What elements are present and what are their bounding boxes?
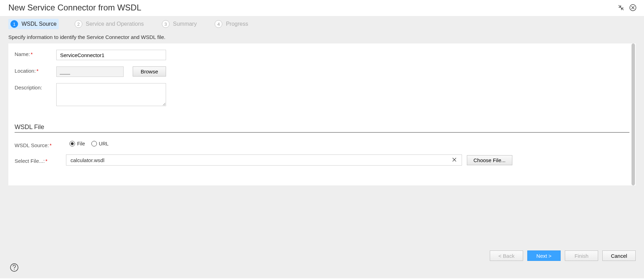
- description-label: Description:: [15, 83, 56, 90]
- step-number: 2: [75, 20, 82, 28]
- radio-file[interactable]: File: [69, 141, 85, 146]
- header-icons: [617, 3, 637, 12]
- radio-url-label: URL: [99, 141, 109, 146]
- step-number: 4: [215, 20, 222, 28]
- finish-button[interactable]: Finish: [565, 250, 598, 261]
- browse-button[interactable]: Browse: [133, 66, 166, 77]
- wsdl-section-title: WSDL File: [15, 123, 629, 131]
- radio-url[interactable]: URL: [91, 141, 109, 146]
- select-file-label: Select File...:*: [15, 157, 66, 164]
- step-number: 1: [10, 20, 18, 28]
- next-button[interactable]: Next >: [527, 250, 561, 261]
- help-icon[interactable]: [10, 263, 19, 272]
- step-label: Summary: [173, 21, 197, 27]
- description-textarea[interactable]: [56, 83, 166, 106]
- scrollbar-thumb[interactable]: [631, 43, 635, 185]
- close-icon[interactable]: [629, 3, 637, 12]
- svg-point-2: [14, 269, 15, 270]
- choose-file-button[interactable]: Choose File...: [467, 155, 512, 165]
- instruction-text: Specify information to identify the Serv…: [0, 32, 644, 43]
- file-input-wrap: calculator.wsdl Choose File...: [66, 154, 629, 166]
- panel-scrollbar[interactable]: [631, 43, 635, 185]
- row-select-file: Select File...:* calculator.wsdl Choose …: [15, 154, 629, 166]
- form-panel: Name:* Location:* Browse Description: WS…: [8, 43, 636, 185]
- dialog-title: New Service Connector from WSDL: [8, 3, 141, 13]
- name-label: Name:*: [15, 50, 56, 57]
- name-input[interactable]: [56, 50, 166, 60]
- location-label: Location:*: [15, 66, 56, 74]
- radio-file-circle: [69, 141, 75, 146]
- location-input[interactable]: [56, 66, 124, 77]
- row-description: Description:: [15, 83, 629, 106]
- step-label: Service and Operations: [86, 21, 144, 27]
- cancel-button[interactable]: Cancel: [602, 250, 636, 261]
- section-divider: [15, 132, 629, 133]
- back-button[interactable]: < Back: [490, 250, 523, 261]
- clear-file-icon[interactable]: [450, 157, 459, 164]
- wsdl-source-radio-group: File URL: [69, 141, 109, 146]
- step-wsdl-source[interactable]: 1 WSDL Source: [8, 19, 59, 29]
- wizard-footer: < Back Next > Finish Cancel: [490, 250, 636, 261]
- location-underline: [60, 74, 70, 74]
- step-label: Progress: [226, 21, 248, 27]
- step-summary[interactable]: 3 Summary: [160, 19, 199, 29]
- wsdl-source-label: WSDL Source:*: [15, 141, 66, 148]
- step-label: WSDL Source: [22, 21, 57, 27]
- collapse-icon[interactable]: [617, 3, 625, 12]
- row-name: Name:*: [15, 50, 629, 60]
- selected-filename: calculator.wsdl: [71, 157, 450, 163]
- step-number: 3: [162, 20, 170, 28]
- radio-url-circle: [91, 141, 97, 146]
- step-progress[interactable]: 4 Progress: [213, 19, 250, 29]
- row-wsdl-source: WSDL Source:* File URL: [15, 141, 629, 148]
- row-location: Location:* Browse: [15, 66, 629, 77]
- select-file-input[interactable]: calculator.wsdl: [66, 154, 462, 166]
- step-service-operations[interactable]: 2 Service and Operations: [73, 19, 146, 29]
- wizard-steps: 1 WSDL Source 2 Service and Operations 3…: [0, 16, 644, 32]
- radio-file-label: File: [77, 141, 85, 146]
- wizard-body: 1 WSDL Source 2 Service and Operations 3…: [0, 16, 644, 278]
- dialog-header: New Service Connector from WSDL: [0, 0, 644, 16]
